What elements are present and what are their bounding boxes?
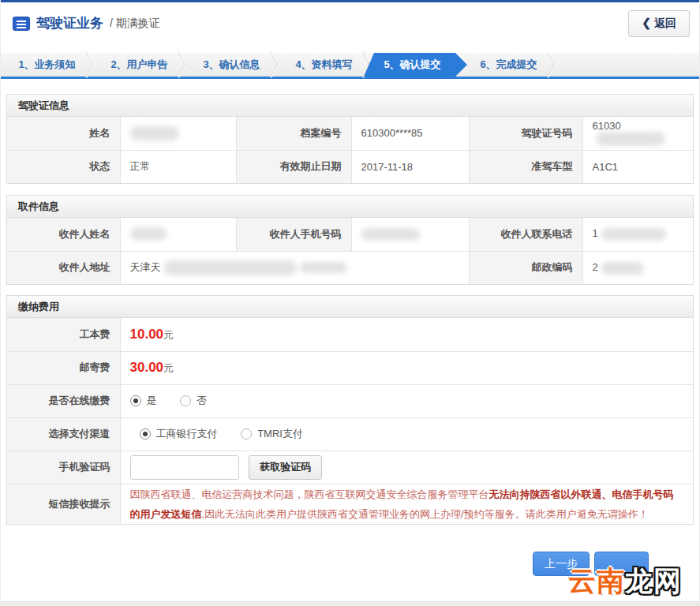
radio-unselected-icon[interactable] — [241, 428, 252, 440]
radio-option-tmri[interactable]: TMRI支付 — [241, 427, 303, 441]
step-3-confirm-info[interactable]: 3、确认信息 — [185, 53, 278, 77]
radio-unselected-icon[interactable] — [180, 395, 191, 406]
bottom-strip — [1, 601, 699, 606]
value-prefix: 61030 — [593, 120, 621, 132]
field-label-license-number: 驾驶证号码 — [469, 117, 582, 150]
section-title-pickup: 取件信息 — [7, 196, 693, 218]
field-value-license-number: 61030 — [582, 117, 693, 150]
value-prefix: 2 — [593, 261, 598, 273]
submit-button[interactable] — [594, 552, 649, 576]
step-label: 5、确认提交 — [384, 58, 440, 72]
page-header: 驾驶证业务 / 期满换证 ❮返回 — [1, 2, 699, 44]
value-prefix: 天津天 — [130, 261, 161, 273]
field-label-recipient-name: 收件人姓名 — [7, 218, 120, 251]
field-label-work-fee: 工本费 — [7, 318, 120, 351]
redacted-value — [361, 228, 420, 241]
radio-selected-icon[interactable] — [140, 428, 151, 440]
field-value-work-fee: 10.00元 — [120, 318, 693, 351]
table-row: 工本费 10.00元 — [7, 318, 693, 351]
field-value-postal-code: 2 — [582, 251, 693, 284]
field-label-valid-until: 有效期止日期 — [236, 150, 351, 183]
breadcrumb: / 期满换证 — [110, 17, 160, 31]
sms-code-input[interactable] — [130, 455, 239, 480]
redacted-value — [300, 262, 347, 273]
fees-section: 缴纳费用 工本费 10.00元 邮寄费 30.00元 是否在线缴费 是 否 — [6, 295, 694, 525]
redacted-value — [601, 228, 666, 241]
step-5-confirm-submit-active[interactable]: 5、确认提交 — [364, 53, 467, 77]
radio-selected-icon[interactable] — [130, 395, 141, 406]
step-label: 6、完成提交 — [480, 58, 537, 72]
field-label-vehicle-class: 准驾车型 — [469, 150, 582, 183]
redacted-value — [130, 126, 179, 140]
field-label-status: 状态 — [7, 150, 120, 183]
notice-part-3: ,因此无法向此类用户提供陕西省交通管理业务的网上办理/预约等服务。请此类用户避免… — [202, 508, 649, 520]
section-title-license: 驾驶证信息 — [7, 95, 693, 117]
field-label-name: 姓名 — [7, 117, 120, 150]
fees-table: 工本费 10.00元 邮寄费 30.00元 是否在线缴费 是 否 选择支付渠道 — [7, 318, 693, 524]
mail-fee-amount: 30.00 — [130, 360, 164, 375]
field-value-recipient-name — [120, 218, 236, 251]
field-value-file-number: 610300****85 — [351, 117, 469, 150]
table-row: 选择支付渠道 工商银行支付 TMRI支付 — [7, 417, 693, 451]
value-prefix: 1 — [593, 227, 598, 239]
content-area: 驾驶证信息 姓名 档案编号 610300****85 驾驶证号码 61030 状… — [1, 94, 699, 576]
redacted-value — [596, 132, 665, 146]
field-label-online-pay: 是否在线缴费 — [7, 384, 120, 417]
field-label-postal-code: 邮政编码 — [469, 251, 582, 284]
step-wizard: 1、业务须知 2、用户申告 3、确认信息 4、资料填写 5、确认提交 6、完成提… — [1, 53, 699, 79]
sms-notice-text: 因陕西省联通、电信运营商技术问题，陕西省互联网交通安全综合服务管理平台无法向持陕… — [130, 488, 674, 520]
footer-actions: 上一步 — [6, 552, 694, 576]
field-value-name — [120, 117, 236, 150]
table-row: 收件人地址 天津天 邮政编码 2 — [7, 251, 693, 284]
step-label: 1、业务须知 — [18, 58, 75, 72]
section-title-fees: 缴纳费用 — [7, 296, 693, 318]
back-button[interactable]: ❮返回 — [628, 10, 690, 37]
table-row: 手机验证码 获取验证码 — [7, 451, 693, 484]
redacted-value — [601, 262, 644, 275]
previous-step-button[interactable]: 上一步 — [533, 552, 590, 576]
step-4-fill-data[interactable]: 4、资料填写 — [278, 53, 370, 77]
step-2-user-declaration[interactable]: 2、用户申告 — [93, 53, 185, 77]
table-row: 收件人姓名 收件人手机号码 收件人联系电话 1 — [7, 218, 693, 251]
field-value-sms-notice: 因陕西省联通、电信运营商技术问题，陕西省互联网交通安全综合服务管理平台无法向持陕… — [120, 484, 693, 524]
field-label-recipient-mobile: 收件人手机号码 — [236, 218, 351, 251]
step-label: 4、资料填写 — [295, 58, 352, 72]
field-value-sms-code: 获取验证码 — [120, 451, 693, 484]
fee-unit: 元 — [163, 362, 174, 374]
step-1-business-notice[interactable]: 1、业务须知 — [1, 53, 93, 77]
radio-label: 工商银行支付 — [156, 427, 218, 441]
field-label-sms-notice: 短信接收提示 — [7, 484, 120, 524]
license-info-section: 驾驶证信息 姓名 档案编号 610300****85 驾驶证号码 61030 状… — [6, 94, 694, 184]
license-service-icon — [13, 17, 30, 31]
step-6-finish-submit[interactable]: 6、完成提交 — [462, 53, 555, 77]
redacted-value — [130, 227, 167, 241]
radio-option-no[interactable]: 否 — [180, 394, 207, 408]
field-value-recipient-phone: 1 — [582, 218, 693, 251]
step-bar-filler — [555, 53, 699, 77]
table-row: 状态 正常 有效期止日期 2017-11-18 准驾车型 A1C1 — [7, 150, 693, 183]
field-value-mail-fee: 30.00元 — [120, 351, 693, 384]
fee-unit: 元 — [163, 329, 174, 341]
get-sms-code-button[interactable]: 获取验证码 — [249, 455, 322, 480]
page-title: 驾驶证业务 — [36, 14, 103, 32]
radio-option-icbc[interactable]: 工商银行支付 — [140, 427, 218, 441]
license-info-table: 姓名 档案编号 610300****85 驾驶证号码 61030 状态 正常 有… — [7, 117, 693, 183]
field-value-online-pay: 是 否 — [120, 384, 693, 417]
table-row: 姓名 档案编号 610300****85 驾驶证号码 61030 — [7, 117, 693, 150]
radio-label: 否 — [197, 394, 207, 408]
redacted-value — [164, 260, 297, 275]
table-row: 短信接收提示 因陕西省联通、电信运营商技术问题，陕西省互联网交通安全综合服务管理… — [7, 484, 693, 524]
field-label-recipient-phone: 收件人联系电话 — [469, 218, 582, 251]
breadcrumb-current: 期满换证 — [116, 17, 160, 29]
pickup-info-table: 收件人姓名 收件人手机号码 收件人联系电话 1 收件人地址 天津天 邮政编码 2 — [7, 218, 693, 284]
breadcrumb-divider: / — [110, 17, 113, 29]
page: 驾驶证业务 / 期满换证 ❮返回 1、业务须知 2、用户申告 3、确认信息 4、… — [0, 0, 700, 606]
field-value-status: 正常 — [120, 150, 236, 183]
work-fee-amount: 10.00 — [130, 327, 164, 342]
field-value-valid-until: 2017-11-18 — [351, 150, 469, 183]
pickup-info-section: 取件信息 收件人姓名 收件人手机号码 收件人联系电话 1 收件人地址 天津天 邮… — [6, 195, 694, 285]
radio-option-yes[interactable]: 是 — [130, 394, 157, 408]
field-label-sms-code: 手机验证码 — [7, 451, 120, 484]
field-value-pay-channel: 工商银行支付 TMRI支付 — [120, 417, 693, 451]
step-label: 3、确认信息 — [203, 58, 260, 72]
